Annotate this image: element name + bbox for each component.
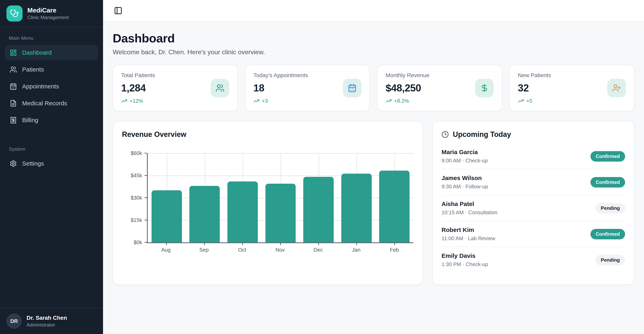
x-tick-mark (394, 243, 395, 245)
stat-trend: +3 (253, 98, 308, 104)
calendar-icon (10, 83, 17, 90)
user-name: Dr. Sarah Chen (26, 315, 67, 321)
settings-icon (10, 160, 17, 167)
users-icon (10, 66, 17, 73)
sidebar-item-billing[interactable]: Billing (5, 113, 98, 128)
stat-card: New Patients32+5 (509, 65, 634, 111)
appointment-row[interactable]: Emily Davis1:30 PM · Check-upPending (442, 247, 625, 273)
appointment-row[interactable]: James Wilson9:30 AM · Follow-upConfirmed (442, 169, 625, 195)
x-tick-mark (166, 243, 167, 245)
patient-name: Aisha Patel (442, 200, 498, 207)
sidebar-item-label: Settings (22, 160, 44, 167)
file-text-icon (10, 100, 17, 107)
stat-card: Monthly Revenue$48,250+8.2% (377, 65, 502, 111)
status-badge: Pending (596, 255, 625, 265)
trending-up-icon (253, 98, 260, 104)
x-tick-label: Oct (223, 243, 261, 253)
chart-x-axis: AugSepOctNovDecJanFeb (147, 243, 413, 253)
brand-subtitle: Clinic Management (27, 15, 69, 20)
appointment-meta: 11:00 AM · Lab Review (442, 235, 495, 242)
appointment-meta: 9:30 AM · Follow-up (442, 183, 488, 190)
app-window: MediCare Clinic Management Main MenuDash… (0, 0, 644, 334)
stethoscope-icon (6, 5, 22, 21)
appointment-meta: 1:30 PM · Check-up (442, 261, 488, 268)
appointment-meta: 9:00 AM · Check-up (442, 158, 488, 164)
stat-label: Today's Appointments (253, 72, 308, 79)
sidebar-item-settings[interactable]: Settings (5, 156, 98, 171)
x-tick-label: Jan (337, 243, 375, 253)
dollar-icon (475, 79, 494, 97)
revenue-bar (341, 174, 372, 242)
appointment-list: Maria Garcia9:00 AM · Check-upConfirmedJ… (442, 144, 625, 273)
nav-section-label: System (5, 146, 98, 152)
stat-cards-row: Total Patients1,284+12%Today's Appointme… (113, 65, 634, 111)
topbar (103, 0, 644, 22)
stat-label: Total Patients (121, 72, 155, 79)
nav-section-label: Main Menu (5, 35, 98, 41)
revenue-overview-panel: Revenue Overview $0k$15k$30k$45k$60k Aug… (113, 121, 422, 285)
patient-name: Emily Davis (442, 252, 488, 259)
sidebar-item-appointments[interactable]: Appointments (5, 79, 98, 94)
sidebar-item-dashboard[interactable]: Dashboard (5, 45, 98, 60)
bar-column (300, 153, 338, 242)
sidebar-nav: Main MenuDashboardPatientsAppointmentsMe… (0, 27, 103, 308)
y-tick-mark (144, 197, 147, 198)
stat-trend-value: +3 (262, 98, 268, 104)
stat-trend-value: +12% (130, 98, 143, 104)
appointment-row[interactable]: Aisha Patel10:15 AM · ConsultationPendin… (442, 195, 625, 221)
x-tick-label: Nov (261, 243, 299, 253)
appointment-meta: 10:15 AM · Consultation (442, 209, 498, 216)
revenue-bar (228, 181, 258, 242)
stat-card: Total Patients1,284+12% (113, 65, 238, 111)
revenue-bar (190, 186, 220, 242)
upcoming-title: Upcoming Today (453, 130, 511, 139)
sidebar-toggle-button[interactable] (113, 5, 124, 16)
stat-trend: +8.2% (386, 98, 430, 104)
stat-value: 18 (253, 82, 308, 94)
status-badge: Confirmed (590, 177, 625, 187)
sidebar-item-label: Medical Records (22, 100, 67, 107)
avatar: DR (6, 314, 22, 329)
main-area: Dashboard Welcome back, Dr. Chen. Here's… (103, 0, 644, 334)
stat-value: 1,284 (121, 82, 155, 94)
sidebar-user[interactable]: DR Dr. Sarah Chen Administrator (0, 308, 103, 334)
appointment-row[interactable]: Maria Garcia9:00 AM · Check-upConfirmed (442, 144, 625, 169)
page-subtitle: Welcome back, Dr. Chen. Here's your clin… (113, 48, 634, 56)
y-tick-mark (144, 242, 147, 243)
patient-name: James Wilson (442, 175, 488, 181)
stat-value: 32 (518, 82, 551, 94)
appointment-row[interactable]: Robert Kim11:00 AM · Lab ReviewConfirmed (442, 221, 625, 247)
x-tick-label: Feb (375, 243, 413, 253)
revenue-bar (303, 177, 334, 242)
revenue-bar (266, 184, 296, 242)
status-badge: Confirmed (590, 229, 625, 239)
x-tick-label: Sep (185, 243, 223, 253)
trending-up-icon (518, 98, 524, 104)
sidebar-item-patients[interactable]: Patients (5, 62, 98, 77)
bar-column (224, 153, 262, 242)
sidebar-item-label: Patients (22, 66, 44, 73)
nav-section: Main MenuDashboardPatientsAppointmentsMe… (5, 35, 98, 128)
page-content: Dashboard Welcome back, Dr. Chen. Here's… (103, 22, 644, 334)
bar-chart: $0k$15k$30k$45k$60k (122, 153, 413, 243)
users-icon (211, 79, 229, 97)
x-tick-mark (280, 243, 281, 245)
bar-column (262, 153, 300, 242)
revenue-bar (379, 170, 410, 242)
y-tick-label: $45k (131, 172, 142, 179)
sidebar-brand: MediCare Clinic Management (0, 0, 103, 27)
sidebar-item-label: Billing (22, 117, 38, 124)
sidebar-item-label: Appointments (22, 83, 59, 90)
revenue-bar (152, 190, 182, 242)
sidebar-item-medical-records[interactable]: Medical Records (5, 96, 98, 111)
user-role: Administrator (26, 322, 67, 328)
brand-name: MediCare (27, 7, 69, 14)
trending-up-icon (121, 98, 127, 104)
x-tick-mark (242, 243, 243, 245)
bars-layer (148, 153, 413, 242)
y-tick-label: $60k (131, 150, 142, 156)
x-tick-mark (318, 243, 319, 245)
sidebar-item-label: Dashboard (22, 49, 52, 56)
chart-y-axis: $0k$15k$30k$45k$60k (122, 153, 147, 242)
stat-trend: +12% (121, 98, 155, 104)
